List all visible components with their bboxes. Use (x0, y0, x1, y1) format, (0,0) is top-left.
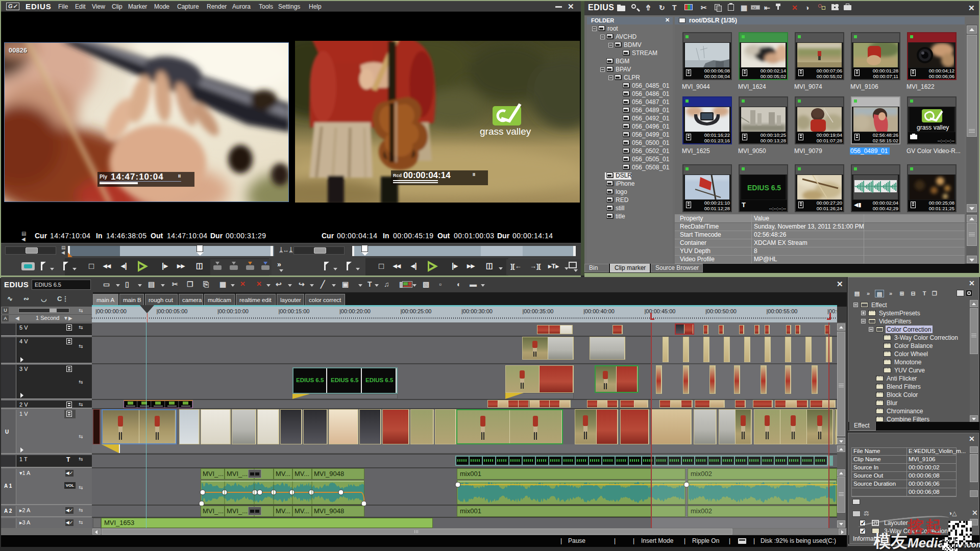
svg-text:grass valley: grass valley (480, 126, 531, 137)
svg-text:EDIUS 6.5: EDIUS 6.5 (747, 184, 781, 192)
svg-text:grass valley: grass valley (917, 124, 949, 131)
